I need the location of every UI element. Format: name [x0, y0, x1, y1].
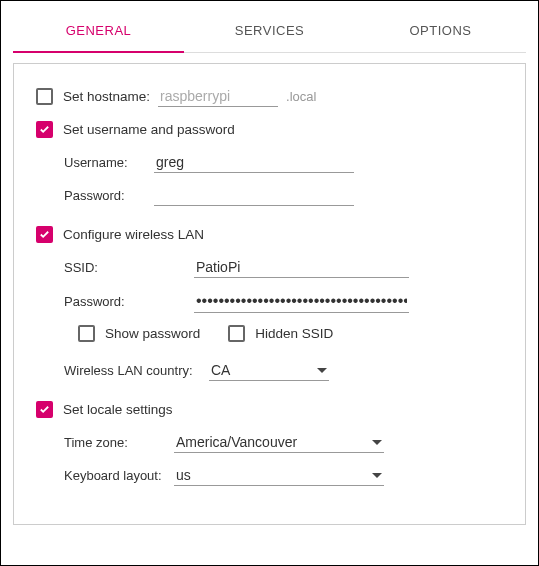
- show-password-label: Show password: [105, 326, 200, 341]
- timezone-row: Time zone: America/Vancouver: [64, 432, 503, 453]
- ssid-input[interactable]: [194, 257, 409, 278]
- keyboard-row: Keyboard layout: us: [64, 465, 503, 486]
- ssid-label: SSID:: [64, 260, 194, 275]
- chevron-down-icon: [372, 440, 382, 445]
- keyboard-select[interactable]: us: [174, 465, 384, 486]
- wifi-checkbox[interactable]: [36, 226, 53, 243]
- hostname-checkbox[interactable]: [36, 88, 53, 105]
- show-password-checkbox[interactable]: [78, 325, 95, 342]
- chevron-down-icon: [372, 473, 382, 478]
- keyboard-label: Keyboard layout:: [64, 468, 174, 483]
- tab-options[interactable]: OPTIONS: [355, 11, 526, 52]
- settings-panel: Set hostname: .local Set username and pa…: [13, 63, 526, 525]
- chevron-down-icon: [317, 368, 327, 373]
- wifi-row: Configure wireless LAN: [36, 226, 503, 243]
- timezone-value: America/Vancouver: [176, 434, 297, 450]
- wifi-password-input[interactable]: [194, 290, 409, 313]
- username-label: Username:: [64, 155, 154, 170]
- tab-bar: GENERAL SERVICES OPTIONS: [13, 11, 526, 53]
- hostname-suffix: .local: [286, 89, 316, 104]
- wifi-country-label: Wireless LAN country:: [64, 363, 209, 378]
- username-row: Username:: [64, 152, 503, 173]
- hostname-row: Set hostname: .local: [36, 86, 503, 107]
- hostname-label: Set hostname:: [63, 89, 150, 104]
- locale-checkbox[interactable]: [36, 401, 53, 418]
- password-label: Password:: [64, 188, 154, 203]
- wifi-password-label: Password:: [64, 294, 194, 309]
- locale-label: Set locale settings: [63, 402, 173, 417]
- ssid-row: SSID:: [64, 257, 503, 278]
- userpass-row: Set username and password: [36, 121, 503, 138]
- tab-services[interactable]: SERVICES: [184, 11, 355, 52]
- tab-general[interactable]: GENERAL: [13, 11, 184, 52]
- locale-row: Set locale settings: [36, 401, 503, 418]
- password-input[interactable]: [154, 185, 354, 206]
- hidden-ssid-label: Hidden SSID: [255, 326, 333, 341]
- wifi-label: Configure wireless LAN: [63, 227, 204, 242]
- username-input[interactable]: [154, 152, 354, 173]
- userpass-checkbox[interactable]: [36, 121, 53, 138]
- wifi-country-value: CA: [211, 362, 230, 378]
- timezone-label: Time zone:: [64, 435, 174, 450]
- hidden-ssid-checkbox[interactable]: [228, 325, 245, 342]
- hostname-input[interactable]: [158, 86, 278, 107]
- keyboard-value: us: [176, 467, 191, 483]
- userpass-label: Set username and password: [63, 122, 235, 137]
- wifi-password-row: Password:: [64, 290, 503, 313]
- password-row: Password:: [64, 185, 503, 206]
- wifi-options-row: Show password Hidden SSID: [78, 325, 503, 342]
- timezone-select[interactable]: America/Vancouver: [174, 432, 384, 453]
- wifi-country-row: Wireless LAN country: CA: [64, 360, 503, 381]
- wifi-country-select[interactable]: CA: [209, 360, 329, 381]
